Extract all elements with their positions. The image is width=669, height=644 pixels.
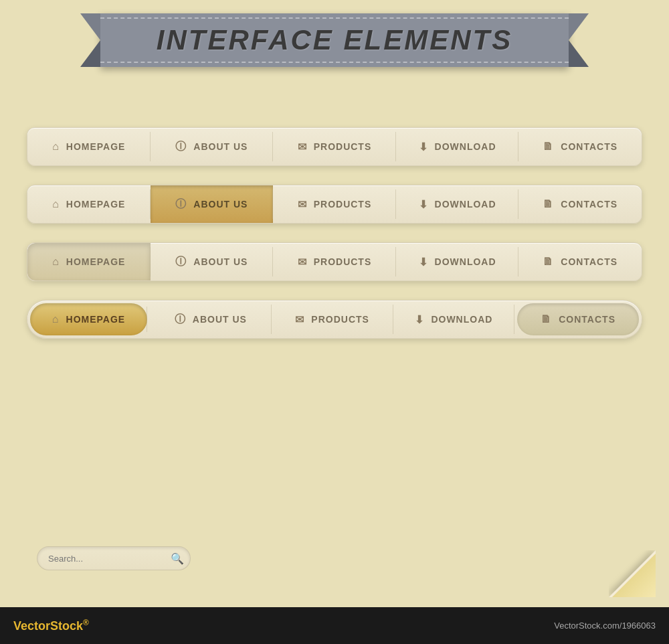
nav-label: ABOUT US	[193, 199, 248, 210]
nav-homepage-r1[interactable]: ⌂ HOMEPAGE	[27, 128, 151, 165]
home-icon: ⌂	[52, 198, 60, 210]
nav-contacts-r1[interactable]: 🗎 CONTACTS	[518, 128, 642, 165]
nav-label: DOWNLOAD	[435, 256, 496, 267]
ribbon-left-tail	[80, 40, 100, 67]
navbar-row4: ⌂ HOMEPAGE ⓘ ABOUT US ✉ PRODUCTS ⬇ DOWNL…	[27, 300, 642, 339]
envelope-icon: ✉	[298, 198, 307, 211]
envelope-icon: ✉	[298, 141, 307, 153]
nav-products-r3[interactable]: ✉ PRODUCTS	[273, 243, 396, 280]
brand-name: VectorStock	[13, 619, 83, 633]
navbar-row1: ⌂ HOMEPAGE ⓘ ABOUT US ✉ PRODUCTS ⬇ DOWNL…	[27, 127, 642, 166]
home-icon: ⌂	[52, 256, 60, 268]
nav-download-r3[interactable]: ⬇ DOWNLOAD	[396, 243, 519, 280]
nav-products-r2[interactable]: ✉ PRODUCTS	[273, 185, 396, 223]
download-icon: ⬇	[419, 198, 428, 211]
navbars-container: ⌂ HOMEPAGE ⓘ ABOUT US ✉ PRODUCTS ⬇ DOWNL…	[27, 127, 642, 357]
nav-label: PRODUCTS	[314, 256, 372, 267]
nav-homepage-r2[interactable]: ⌂ HOMEPAGE	[27, 185, 151, 223]
nav-aboutus-r3[interactable]: ⓘ ABOUT US	[151, 243, 274, 280]
nav-aboutus-r4[interactable]: ⓘ ABOUT US	[150, 301, 272, 338]
nav-label: DOWNLOAD	[435, 199, 496, 210]
ribbon-banner: INTERFACE ELEMENTS	[100, 13, 569, 67]
search-bar: 🔍	[37, 546, 191, 570]
nav-label: HOMEPAGE	[66, 199, 126, 210]
file-icon: 🗎	[543, 256, 554, 268]
trademark: ®	[83, 618, 89, 627]
nav-products-r1[interactable]: ✉ PRODUCTS	[273, 128, 396, 165]
ribbon-title: INTERFACE ELEMENTS	[157, 24, 512, 56]
nav-label: PRODUCTS	[314, 199, 372, 210]
nav-download-r2[interactable]: ⬇ DOWNLOAD	[396, 185, 519, 223]
nav-label: ABOUT US	[193, 256, 248, 267]
nav-products-r4[interactable]: ✉ PRODUCTS	[272, 301, 393, 338]
nav-contacts-r2[interactable]: 🗎 CONTACTS	[518, 185, 642, 223]
footer-brand: VectorStock®	[13, 618, 89, 633]
info-icon: ⓘ	[175, 197, 187, 212]
nav-label: HOMEPAGE	[66, 256, 126, 267]
nav-label: DOWNLOAD	[431, 314, 492, 325]
nav-download-r1[interactable]: ⬇ DOWNLOAD	[396, 128, 519, 165]
nav-homepage-r4[interactable]: ⌂ HOMEPAGE	[30, 303, 147, 335]
nav-aboutus-r1[interactable]: ⓘ ABOUT US	[151, 128, 274, 165]
nav-label: ABOUT US	[193, 314, 247, 325]
nav-label: PRODUCTS	[311, 314, 369, 325]
navbar-row2: ⌂ HOMEPAGE ⓘ ABOUT US ✉ PRODUCTS ⬇ DOWNL…	[27, 185, 642, 224]
footer: VectorStock® VectorStock.com/1966063	[0, 607, 669, 644]
nav-label: ABOUT US	[193, 141, 248, 152]
nav-contacts-r3[interactable]: 🗎 CONTACTS	[518, 243, 642, 280]
nav-label: HOMEPAGE	[66, 141, 126, 152]
download-icon: ⬇	[419, 141, 428, 153]
nav-homepage-r3[interactable]: ⌂ HOMEPAGE	[27, 243, 151, 280]
nav-download-r4[interactable]: ⬇ DOWNLOAD	[393, 301, 515, 338]
page-curl	[609, 550, 656, 597]
nav-label: CONTACTS	[561, 256, 617, 267]
file-icon: 🗎	[543, 141, 554, 153]
home-icon: ⌂	[52, 313, 60, 325]
envelope-icon: ✉	[295, 313, 304, 326]
search-icon[interactable]: 🔍	[171, 552, 184, 565]
nav-aboutus-r2[interactable]: ⓘ ABOUT US	[151, 185, 274, 223]
nav-contacts-r4[interactable]: 🗎 CONTACTS	[517, 303, 639, 335]
nav-label: DOWNLOAD	[435, 141, 496, 152]
home-icon: ⌂	[52, 141, 60, 153]
nav-label: HOMEPAGE	[66, 314, 126, 325]
download-icon: ⬇	[415, 313, 424, 326]
file-icon: 🗎	[541, 313, 552, 325]
download-icon: ⬇	[419, 256, 428, 268]
envelope-icon: ✉	[298, 256, 307, 268]
info-icon: ⓘ	[175, 255, 187, 269]
navbar-row3: ⌂ HOMEPAGE ⓘ ABOUT US ✉ PRODUCTS ⬇ DOWNL…	[27, 242, 642, 281]
info-icon: ⓘ	[175, 313, 186, 327]
footer-url: VectorStock.com/1966063	[554, 621, 656, 631]
nav-label: CONTACTS	[561, 141, 617, 152]
nav-label: CONTACTS	[561, 199, 617, 210]
nav-label: CONTACTS	[559, 314, 615, 325]
search-input[interactable]	[37, 546, 191, 570]
ribbon-right-tail	[569, 40, 589, 67]
ribbon: INTERFACE ELEMENTS	[100, 13, 569, 67]
nav-label: PRODUCTS	[314, 141, 372, 152]
info-icon: ⓘ	[175, 140, 187, 154]
file-icon: 🗎	[543, 198, 554, 210]
